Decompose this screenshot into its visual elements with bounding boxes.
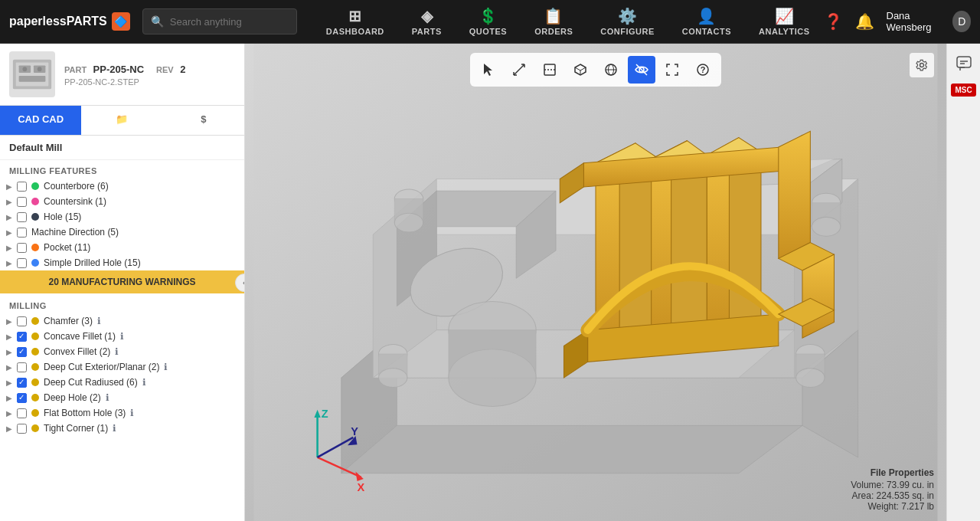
configure-icon: ⚙️ [618,7,638,25]
warnings-banner[interactable]: 20 MANUFACTURING WARNINGS [0,270,244,293]
nav-quotes[interactable]: 💲 QUOTES [456,7,521,36]
nav-configure[interactable]: ⚙️ CONFIGURE [586,7,668,36]
avatar[interactable]: D [952,11,971,32]
fullscreen-tool-button[interactable] [658,56,686,84]
left-panel: PART PP-205-NC REV 2 PP-205-NC-2.STEP ‹ … [0,44,245,521]
concave-fillet-label: Concave Fillet (1) [44,331,116,342]
flat-bottom-hole-label: Flat Bottom Hole (3) [44,408,126,418]
part-label: PART [64,65,87,74]
help-button[interactable]: ❓ [824,12,843,31]
deep-hole-checkbox[interactable] [17,393,27,403]
file-properties-volume: Volume: 73.99 cu. in [851,480,934,490]
chamfer-info-icon[interactable]: ℹ [97,316,101,326]
search-input[interactable] [170,16,289,28]
search-bar[interactable]: 🔍 [142,8,297,34]
tab-cad[interactable]: CAD CAD [0,106,81,135]
viewer-settings-button[interactable] [910,53,934,77]
chat-button[interactable] [950,50,978,77]
counterbore-checkbox[interactable] [17,182,27,192]
expand-arrow-icon[interactable]: ▶ [6,259,12,267]
expand-arrow-icon[interactable]: ▶ [6,424,12,433]
tab-pricing[interactable]: $ [163,106,244,135]
view3d-tool-button[interactable] [567,56,594,84]
list-item: ▶ Concave Fillet (1) ℹ [0,329,244,344]
hole-checkbox[interactable] [17,212,27,222]
nav-parts[interactable]: ◈ PARTS [398,7,456,36]
list-item: ▶ Convex Fillet (2) ℹ [0,344,244,359]
section-tool-button[interactable] [536,56,564,84]
svg-point-69 [796,369,825,388]
concave-fillet-dot [31,333,39,340]
machine-direction-checkbox[interactable] [17,228,27,238]
model-area[interactable]: Z X Y File Properties Volume: 73.99 cu. … [245,44,946,521]
expand-arrow-icon[interactable]: ▶ [6,317,12,326]
nav-contacts[interactable]: 👤 CONTACTS [668,7,745,36]
rev-label: REV [156,65,174,74]
convex-fillet-label: Convex Fillet (2) [44,346,110,357]
svg-line-21 [636,64,647,75]
concave-fillet-info-icon[interactable]: ℹ [120,331,124,342]
help-tool-button[interactable]: ? [689,56,717,84]
part-number: PP-205-NC [93,64,144,75]
deep-cut-exterior-info-icon[interactable]: ℹ [164,362,168,372]
chamfer-dot [31,317,39,325]
flat-bottom-hole-info-icon[interactable]: ℹ [130,408,134,418]
expand-arrow-icon[interactable]: ▶ [6,378,12,387]
measure-tool-button[interactable] [505,56,533,84]
expand-arrow-icon[interactable]: ▶ [6,198,12,206]
simple-drilled-hole-checkbox[interactable] [17,258,27,268]
nav-analytics[interactable]: 📈 ANALYTICS [745,7,823,36]
logo-icon: 🔷 [112,12,130,31]
expand-arrow-icon[interactable]: ▶ [6,333,12,341]
tight-corner-info-icon[interactable]: ℹ [113,423,116,434]
globe-tool-button[interactable] [597,56,625,84]
pocket-checkbox[interactable] [17,243,27,253]
deep-cut-radiused-info-icon[interactable]: ℹ [142,377,146,388]
deep-hole-info-icon[interactable]: ℹ [106,392,109,403]
expand-arrow-icon[interactable]: ▶ [6,213,12,221]
expand-arrow-icon[interactable]: ▶ [6,244,12,252]
chamfer-checkbox[interactable] [17,316,27,326]
msc-badge[interactable]: MSC [951,84,975,97]
list-item: ▶ Deep Cut Radiused (6) ℹ [0,375,244,390]
3d-model-svg: Z X Y [245,44,946,521]
deep-cut-exterior-checkbox[interactable] [17,362,27,372]
nav-analytics-label: ANALYTICS [759,27,809,36]
deep-cut-radiused-checkbox[interactable] [17,378,27,388]
nav-dashboard[interactable]: ⊞ DASHBOARD [312,7,398,36]
analytics-icon: 📈 [775,7,795,25]
part-header: PART PP-205-NC REV 2 PP-205-NC-2.STEP ‹ [0,44,244,106]
expand-arrow-icon[interactable]: ▶ [6,409,12,418]
quotes-icon: 💲 [479,7,498,25]
concave-fillet-checkbox[interactable] [17,332,27,342]
countersink-checkbox[interactable] [17,197,27,207]
nav-orders[interactable]: 📋 ORDERS [521,7,586,36]
contacts-icon: 👤 [697,7,717,25]
counterbore-dot [31,182,39,190]
convex-fillet-info-icon[interactable]: ℹ [115,346,119,357]
select-tool-button[interactable] [475,56,502,84]
file-properties: File Properties Volume: 73.99 cu. in Are… [851,467,934,512]
list-item: ▶ Simple Drilled Hole (15) [0,255,244,270]
expand-arrow-icon[interactable]: ▶ [6,228,12,237]
tab-files[interactable]: 📁 [81,106,162,135]
panel-content: Default Mill MILLING FEATURES ▶ Counterb… [0,136,244,521]
tab-files-icon: 📁 [116,113,128,125]
svg-line-14 [575,67,580,70]
expand-arrow-icon[interactable]: ▶ [6,182,12,191]
list-item: ▶ Countersink (1) [0,194,244,209]
flat-bottom-hole-checkbox[interactable] [17,408,27,418]
expand-arrow-icon[interactable]: ▶ [6,363,12,372]
eye-off-tool-button[interactable] [628,56,655,84]
svg-text:X: X [358,481,365,493]
expand-arrow-icon[interactable]: ▶ [6,394,12,402]
nav-orders-label: ORDERS [534,27,573,36]
expand-arrow-icon[interactable]: ▶ [6,348,12,356]
svg-rect-4 [19,76,46,82]
right-sidebar: MSC [946,44,980,521]
notifications-button[interactable]: 🔔 [855,12,874,31]
tight-corner-checkbox[interactable] [17,424,27,434]
logo[interactable]: paperlessPARTS 🔷 [9,12,130,31]
milling-header: MILLING [0,293,244,313]
convex-fillet-checkbox[interactable] [17,347,27,357]
